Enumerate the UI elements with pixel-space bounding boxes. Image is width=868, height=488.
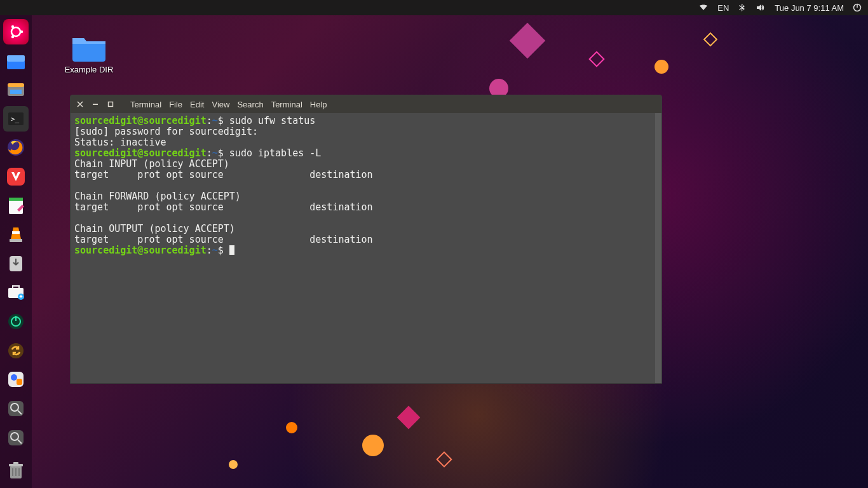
- dock-app3[interactable]: [3, 425, 29, 451]
- terminal-menu-terminal-0[interactable]: Terminal: [130, 100, 161, 109]
- svg-rect-16: [9, 198, 23, 201]
- svg-point-27: [11, 374, 17, 381]
- folder-icon: [71, 33, 107, 62]
- svg-point-22: [8, 314, 24, 329]
- terminal-menu-view-3[interactable]: View: [212, 100, 229, 109]
- dock-vivaldi[interactable]: [3, 164, 29, 189]
- top-menu-bar: EN Tue Jun 7 9:11 AM: [0, 0, 868, 15]
- terminal-window[interactable]: TerminalFileEditViewSearchTerminalHelp s…: [70, 95, 662, 384]
- svg-rect-19: [10, 256, 22, 271]
- dock-file-manager[interactable]: [3, 77, 29, 102]
- bluetooth-icon[interactable]: [738, 3, 747, 12]
- svg-rect-26: [8, 372, 24, 387]
- dock-software-center[interactable]: [3, 280, 29, 306]
- window-close-icon[interactable]: [76, 100, 85, 109]
- dock-app1[interactable]: [3, 367, 29, 393]
- svg-rect-15: [9, 198, 23, 214]
- svg-rect-17: [12, 231, 20, 234]
- svg-point-32: [11, 433, 18, 440]
- terminal-scrollbar[interactable]: [655, 113, 661, 383]
- terminal-menu-file-1[interactable]: File: [169, 100, 182, 109]
- terminal-output[interactable]: sourcedigit@sourcedigit:~$ sudo ufw stat…: [71, 113, 661, 383]
- dock-vlc[interactable]: [3, 222, 29, 247]
- svg-text:>_: >_: [11, 115, 20, 123]
- window-maximize-icon[interactable]: [106, 100, 115, 109]
- svg-rect-6: [7, 60, 25, 69]
- dock-firefox[interactable]: [3, 135, 29, 161]
- svg-rect-18: [10, 239, 22, 242]
- svg-rect-7: [7, 55, 25, 62]
- dock-power-settings[interactable]: [3, 309, 29, 334]
- desktop-folder-label: Example DIR: [57, 65, 121, 74]
- svg-rect-28: [17, 379, 22, 385]
- volume-icon[interactable]: [756, 3, 766, 13]
- svg-point-4: [11, 25, 14, 28]
- svg-point-13: [8, 139, 24, 156]
- dock-dash-ubuntu[interactable]: [3, 19, 29, 44]
- svg-point-3: [20, 30, 23, 33]
- terminal-titlebar[interactable]: TerminalFileEditViewSearchTerminalHelp: [71, 95, 661, 113]
- svg-rect-34: [9, 464, 23, 466]
- power-icon[interactable]: [853, 3, 862, 12]
- terminal-menu-terminal-5[interactable]: Terminal: [271, 100, 302, 109]
- svg-rect-37: [109, 102, 113, 107]
- svg-rect-31: [8, 430, 24, 445]
- svg-rect-11: [8, 112, 24, 125]
- dock-text-editor[interactable]: [3, 193, 29, 219]
- svg-point-30: [11, 403, 18, 411]
- terminal-menu-help-6[interactable]: Help: [310, 100, 327, 109]
- terminal-menu-edit-2[interactable]: Edit: [190, 100, 204, 109]
- dock-sync[interactable]: [3, 338, 29, 363]
- dock-app2[interactable]: [3, 396, 29, 421]
- dock-download-manager[interactable]: [3, 251, 29, 276]
- svg-rect-20: [8, 288, 24, 298]
- network-wifi-icon[interactable]: [698, 3, 709, 13]
- desktop-area[interactable]: Example DIR TerminalFileEditViewSearchTe…: [32, 15, 868, 488]
- svg-point-23: [11, 317, 20, 326]
- svg-rect-24: [15, 316, 17, 321]
- svg-point-21: [18, 294, 24, 300]
- svg-point-25: [8, 343, 24, 358]
- desktop-folder-example-dir[interactable]: Example DIR: [57, 33, 121, 74]
- terminal-menu-search-4[interactable]: Search: [237, 100, 263, 109]
- svg-rect-8: [8, 83, 24, 96]
- svg-rect-33: [10, 466, 22, 478]
- dock-terminal[interactable]: >_: [3, 106, 29, 132]
- dock-trash[interactable]: [3, 458, 29, 483]
- svg-rect-9: [8, 83, 24, 87]
- svg-rect-36: [93, 104, 98, 105]
- dock-files[interactable]: [3, 48, 29, 74]
- window-minimize-icon[interactable]: [91, 100, 100, 109]
- svg-point-5: [11, 36, 14, 38]
- clock-datetime[interactable]: Tue Jun 7 9:11 AM: [775, 3, 844, 13]
- terminal-menubar: TerminalFileEditViewSearchTerminalHelp: [130, 100, 327, 109]
- launcher-dock: >_: [0, 15, 32, 488]
- svg-rect-10: [10, 90, 22, 94]
- svg-rect-29: [8, 401, 24, 416]
- svg-rect-35: [13, 462, 18, 464]
- input-language-indicator[interactable]: EN: [717, 3, 729, 13]
- svg-rect-1: [857, 4, 858, 8]
- svg-rect-14: [7, 168, 25, 186]
- svg-point-2: [11, 27, 20, 36]
